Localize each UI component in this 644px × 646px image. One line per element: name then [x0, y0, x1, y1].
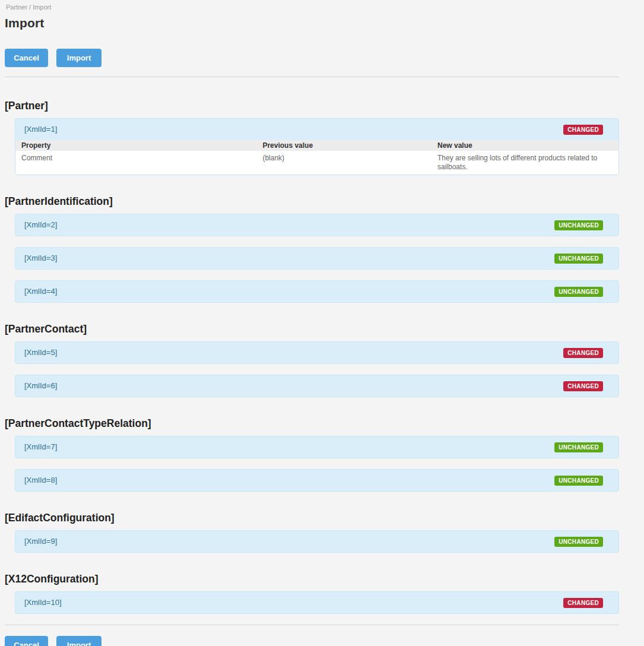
- card-list: [XmlId=9] UNCHANGED: [15, 530, 619, 553]
- cancel-button[interactable]: Cancel: [5, 49, 48, 67]
- previous-value-cell: (blank): [256, 151, 432, 175]
- entity-card-header[interactable]: [XmlId=2] UNCHANGED: [15, 214, 618, 236]
- entity-card: [XmlId=3] UNCHANGED: [15, 247, 619, 270]
- card-list: [XmlId=5] CHANGED [XmlId=6] CHANGED: [15, 341, 619, 397]
- entity-id-label: [XmlId=3]: [24, 253, 57, 264]
- status-badge: UNCHANGED: [554, 537, 603, 547]
- divider: [5, 625, 619, 625]
- entity-card-header[interactable]: [XmlId=10] CHANGED: [15, 592, 618, 613]
- column-header: Property: [15, 140, 256, 151]
- status-badge: UNCHANGED: [554, 254, 603, 264]
- section-partner: [Partner] [XmlId=1] CHANGED PropertyPrev…: [5, 99, 619, 175]
- entity-card: [XmlId=4] UNCHANGED: [15, 280, 619, 303]
- changes-table: PropertyPrevious valueNew value Comment(…: [15, 140, 618, 175]
- status-badge: UNCHANGED: [554, 287, 603, 297]
- entity-id-label: [XmlId=2]: [24, 220, 57, 230]
- section-title: [PartnerContact]: [5, 322, 619, 335]
- entity-card-header[interactable]: [XmlId=6] CHANGED: [15, 375, 618, 397]
- entity-card: [XmlId=7] UNCHANGED: [15, 436, 619, 458]
- section-title: [PartnerIdentification]: [5, 195, 619, 208]
- status-badge: CHANGED: [563, 125, 603, 135]
- status-badge: UNCHANGED: [554, 220, 603, 230]
- breadcrumb: Partner/Import: [5, 4, 619, 11]
- new-value-cell: They are selling lots of different produ…: [432, 151, 618, 175]
- column-header: New value: [432, 140, 618, 151]
- status-badge: CHANGED: [563, 381, 603, 391]
- entity-card: [XmlId=10] CHANGED: [15, 591, 619, 614]
- status-badge: CHANGED: [563, 348, 603, 358]
- entity-id-label: [XmlId=4]: [24, 286, 57, 297]
- page-title: Import: [5, 16, 619, 30]
- breadcrumb-item-partner[interactable]: Partner: [6, 4, 27, 11]
- entity-card-header[interactable]: [XmlId=4] UNCHANGED: [15, 281, 618, 302]
- entity-card: [XmlId=2] UNCHANGED: [15, 214, 619, 236]
- import-button[interactable]: Import: [56, 636, 101, 646]
- section-edifactconfiguration: [EdifactConfiguration] [XmlId=9] UNCHANG…: [5, 511, 619, 553]
- breadcrumb-item-import: Import: [33, 4, 51, 11]
- section-x12configuration: [X12Configuration] [XmlId=10] CHANGED: [5, 572, 619, 614]
- entity-id-label: [XmlId=8]: [24, 475, 57, 486]
- entity-card-header[interactable]: [XmlId=3] UNCHANGED: [15, 248, 618, 269]
- section-title: [EdifactConfiguration]: [5, 511, 619, 524]
- cancel-button[interactable]: Cancel: [5, 636, 48, 646]
- entity-card-header[interactable]: [XmlId=5] CHANGED: [15, 342, 618, 363]
- property-cell: Comment: [15, 151, 256, 175]
- import-button[interactable]: Import: [56, 49, 101, 67]
- entity-id-label: [XmlId=7]: [24, 442, 57, 452]
- entity-card: [XmlId=1] CHANGED PropertyPrevious value…: [15, 118, 619, 175]
- import-page: Partner/Import Import Cancel Import [Par…: [0, 0, 644, 646]
- section-partnercontact: [PartnerContact] [XmlId=5] CHANGED [XmlI…: [5, 322, 619, 397]
- section-title: [PartnerContactTypeRelation]: [5, 417, 619, 430]
- entity-id-label: [XmlId=10]: [24, 597, 62, 608]
- entity-card: [XmlId=5] CHANGED: [15, 341, 619, 364]
- change-row: Comment(blank)They are selling lots of d…: [15, 151, 618, 175]
- entity-card: [XmlId=8] UNCHANGED: [15, 469, 619, 492]
- card-list: [XmlId=2] UNCHANGED [XmlId=3] UNCHANGED …: [15, 214, 619, 303]
- section-partnercontacttyperelation: [PartnerContactTypeRelation] [XmlId=7] U…: [5, 417, 619, 492]
- entity-id-label: [XmlId=5]: [24, 347, 57, 358]
- entity-id-label: [XmlId=6]: [24, 381, 57, 391]
- table-header-row: PropertyPrevious valueNew value: [15, 140, 618, 151]
- section-partneridentification: [PartnerIdentification] [XmlId=2] UNCHAN…: [5, 195, 619, 303]
- breadcrumb-separator: /: [29, 4, 31, 11]
- status-badge: UNCHANGED: [554, 442, 603, 452]
- status-badge: UNCHANGED: [554, 476, 603, 486]
- column-header: Previous value: [256, 140, 432, 151]
- entity-card-header[interactable]: [XmlId=7] UNCHANGED: [15, 436, 618, 458]
- entity-id-label: [XmlId=1]: [24, 124, 57, 135]
- entity-card-header[interactable]: [XmlId=8] UNCHANGED: [15, 470, 618, 491]
- section-title: [X12Configuration]: [5, 572, 619, 585]
- divider: [5, 77, 619, 77]
- card-list: [XmlId=1] CHANGED PropertyPrevious value…: [15, 118, 619, 175]
- section-title: [Partner]: [5, 99, 619, 112]
- card-list: [XmlId=10] CHANGED: [15, 591, 619, 614]
- status-badge: CHANGED: [563, 598, 603, 608]
- entity-card: [XmlId=9] UNCHANGED: [15, 530, 619, 553]
- entity-card-header[interactable]: [XmlId=1] CHANGED: [15, 119, 618, 140]
- sections: [Partner] [XmlId=1] CHANGED PropertyPrev…: [5, 99, 619, 614]
- entity-card-header[interactable]: [XmlId=9] UNCHANGED: [15, 531, 618, 552]
- entity-id-label: [XmlId=9]: [24, 536, 57, 547]
- card-list: [XmlId=7] UNCHANGED [XmlId=8] UNCHANGED: [15, 436, 619, 492]
- top-action-bar: Cancel Import: [5, 49, 619, 67]
- bottom-action-bar: Cancel Import: [5, 636, 619, 646]
- entity-card: [XmlId=6] CHANGED: [15, 375, 619, 397]
